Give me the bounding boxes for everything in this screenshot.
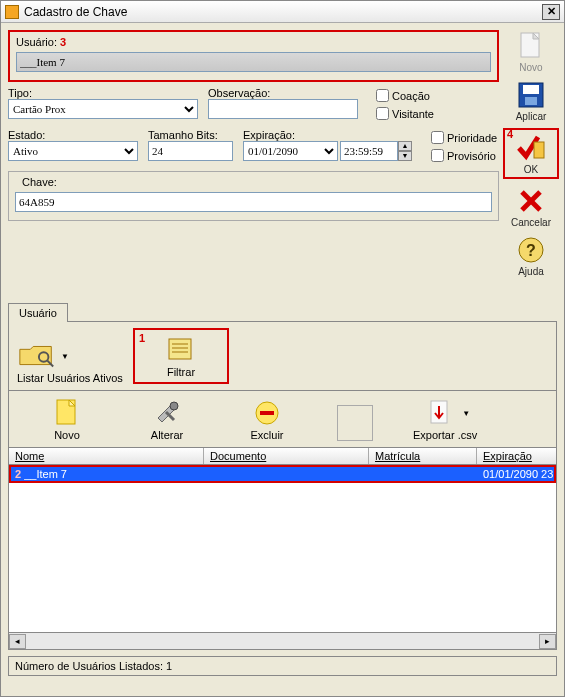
table-body[interactable]: 2 __Item 7 01/01/2090 23:... <box>8 465 557 633</box>
scroll-track[interactable] <box>26 634 539 649</box>
svg-text:?: ? <box>526 242 536 259</box>
estado-select[interactable]: Ativo <box>8 141 138 161</box>
ajuda-button[interactable]: ? Ajuda <box>507 234 555 277</box>
minus-circle-icon <box>247 397 287 429</box>
cancel-icon <box>515 185 547 217</box>
tab-usuario[interactable]: Usuário <box>8 303 68 322</box>
exportar-button[interactable]: ▼ Exportar .csv <box>413 397 477 441</box>
annotation-2: 2 <box>15 468 21 480</box>
svg-point-18 <box>170 402 178 410</box>
new-yellow-icon <box>47 397 87 429</box>
visitante-check[interactable]: Visitante <box>376 107 499 120</box>
observacao-label: Observação: <box>208 87 358 99</box>
filter-icon <box>161 334 201 366</box>
col-matricula[interactable]: Matrícula <box>369 448 477 464</box>
expiracao-date[interactable]: 01/01/2090 <box>243 141 338 161</box>
usuario-label: Usuário: <box>16 36 57 48</box>
ok-button[interactable]: OK <box>507 132 555 175</box>
annotation-3: 3 <box>60 36 66 48</box>
coacao-check[interactable]: Coação <box>376 89 499 102</box>
alterar-button[interactable]: Alterar <box>137 397 197 441</box>
col-documento[interactable]: Documento <box>204 448 369 464</box>
app-icon <box>5 5 19 19</box>
ok-wrap: 4 OK <box>503 128 559 179</box>
table-header: Nome Documento Matrícula Expiração <box>8 448 557 465</box>
annotation-1: 1 <box>139 332 145 344</box>
prioridade-check[interactable]: Prioridade <box>431 131 499 144</box>
filtrar-button[interactable]: Filtrar <box>151 334 211 378</box>
tamanho-input[interactable] <box>148 141 233 161</box>
cancelar-button[interactable]: Cancelar <box>507 185 555 228</box>
scroll-left-button[interactable]: ◂ <box>9 634 26 649</box>
svg-rect-4 <box>525 97 537 105</box>
tools-icon <box>147 397 187 429</box>
table-row[interactable]: 2 __Item 7 01/01/2090 23:... <box>9 465 556 483</box>
export-icon <box>419 397 459 429</box>
usuario-input[interactable] <box>16 52 491 72</box>
svg-rect-20 <box>260 411 274 415</box>
tamanho-label: Tamanho Bits: <box>148 129 233 141</box>
tipo-label: Tipo: <box>8 87 198 99</box>
ok-check-icon <box>515 132 547 164</box>
provisorio-check[interactable]: Provisório <box>431 149 499 162</box>
aplicar-button[interactable]: Aplicar <box>507 79 555 122</box>
folder-search-icon <box>17 340 57 372</box>
time-down-button[interactable]: ▼ <box>398 151 412 161</box>
save-icon <box>515 79 547 111</box>
horizontal-scrollbar[interactable]: ◂ ▸ <box>8 633 557 650</box>
chevron-down-icon: ▼ <box>60 351 70 361</box>
col-expiracao[interactable]: Expiração <box>477 448 556 464</box>
chave-group: Chave: <box>8 171 499 221</box>
close-button[interactable]: ✕ <box>542 4 560 20</box>
svg-rect-12 <box>169 339 191 359</box>
help-icon: ? <box>515 234 547 266</box>
chevron-down-icon: ▼ <box>461 408 471 418</box>
col-nome[interactable]: Nome <box>9 448 204 464</box>
svg-rect-3 <box>523 85 539 94</box>
tipo-select[interactable]: Cartão Prox <box>8 99 198 119</box>
expiracao-time[interactable] <box>340 141 398 161</box>
scroll-right-button[interactable]: ▸ <box>539 634 556 649</box>
time-up-button[interactable]: ▲ <box>398 141 412 151</box>
filtrar-wrap: 1 Filtrar <box>133 328 229 384</box>
chave-input[interactable] <box>15 192 492 212</box>
usuario-group: Usuário: 3 <box>8 30 499 82</box>
status-bar: Número de Usuários Listados: 1 <box>8 656 557 676</box>
listar-usuarios-button[interactable]: ▼ Listar Usuários Ativos <box>17 340 127 384</box>
window-title: Cadastro de Chave <box>24 5 542 19</box>
tab-row: Usuário <box>8 302 557 321</box>
new-document-icon <box>515 30 547 62</box>
chave-label: Chave: <box>19 176 60 188</box>
novo-button[interactable]: Novo <box>507 30 555 73</box>
svg-rect-5 <box>534 142 544 158</box>
expiracao-label: Expiração: <box>243 129 413 141</box>
excluir-button[interactable]: Excluir <box>237 397 297 441</box>
novo-user-button[interactable]: Novo <box>37 397 97 441</box>
estado-label: Estado: <box>8 129 138 141</box>
observacao-input[interactable] <box>208 99 358 119</box>
placeholder-box <box>337 405 373 441</box>
titlebar: Cadastro de Chave ✕ <box>1 1 564 23</box>
